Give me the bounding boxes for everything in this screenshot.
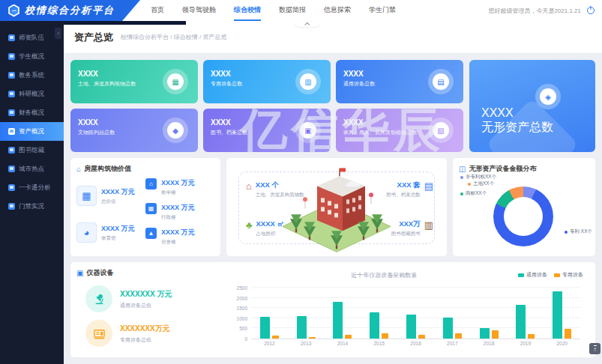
stat-value: XXX 套 [386,181,421,190]
school-building-icon: ⌂ [145,178,157,189]
campus-building-icon: ⌂ [246,181,252,198]
building-grid-icon: ▦ [76,186,97,206]
y-axis-tick: 2000 [237,295,247,300]
card-icon-glyph: ▣ [300,122,316,139]
sidebar-item-10[interactable]: 门禁实况 [0,197,64,216]
stat-label: 行政楼 [161,214,195,221]
donut-legend-item-1[interactable]: 非专利权XX个 [460,174,496,181]
bar-group-2016: 2016 [397,288,434,339]
donut-legend-item-2[interactable]: 专利 XX个 [565,228,592,235]
stat-value: XXX万 [391,219,421,229]
asset-card-2[interactable]: XXXX专用设备总数▥ [203,60,331,103]
stat-value: XXXX 万元 [161,178,195,188]
legend-item-1[interactable]: 通用设备 [518,271,547,279]
arrow-up-icon: ↑ [594,345,597,353]
equipment-stat-2: XXXXXXX万元专用设备总值 [85,320,223,347]
top-header: ∽ 校情综合分析平台 首页领导驾驶舱综合校情数据简报信息探索学生门禁 您好超级管… [0,0,602,21]
campus-illustration [271,165,403,253]
bar-专用设备-2012 [272,336,279,339]
nav-item-6[interactable]: 学生门禁 [369,0,396,21]
land-area-icon: ♣ [246,220,253,237]
y-axis-tick: 1500 [237,306,247,311]
stat-value: XXXX 万元 [161,203,195,213]
nav-item-4[interactable]: 数据简报 [279,0,306,21]
cluster-icon: ◫ [459,166,466,173]
legend-label: 专利 XX个 [570,228,592,235]
bar-groups: 201220132014201520162017201820192020 [251,288,580,339]
sidebar-item-label: 一卡通分析 [19,183,51,192]
bar-专用设备-2020 [565,329,571,339]
sidebar-item-5[interactable]: 财务概况 [0,103,64,122]
bar-group-2012: 2012 [251,288,288,339]
sidebar-item-label: 教务系统 [19,71,44,80]
legend-item-2[interactable]: 专用设备 [554,271,583,279]
bar-专用设备-2018 [492,330,499,339]
sidebar-item-label: 科研概况 [19,90,44,99]
office-building-icon: ▦ [145,203,157,214]
asset-card-5[interactable]: XXXX图书、档案总数▣ [203,109,331,152]
equipment-stat-1: XXXXXXX 万元通用设备总值 [85,285,223,312]
sidebar-item-label: 资产概况 [19,127,44,136]
donut-legend-item-3[interactable]: 商标XX个 [460,190,487,197]
header-notch [64,21,186,25]
bar-专用设备-2013 [309,337,316,339]
stat-label: 专用设备总值 [120,336,170,344]
asset-card-3[interactable]: XXXX通用设备总数▤ [336,60,463,103]
intangible-assets-card[interactable]: ◈ XXXX 无形资产总数 [469,60,595,152]
x-axis-label: 2012 [264,341,274,346]
stat-label: 占地面积 [256,231,285,237]
sidebar-item-4[interactable]: 科研概况 [0,85,64,103]
nav-item-2[interactable]: 领导驾驶舱 [182,0,216,21]
stat-label: 土地、房屋及构筑物数 [256,192,304,198]
books-archives-icon: ▣ [295,118,321,143]
nav-item-3[interactable]: 综合校情 [234,0,261,21]
bar-通用设备-2017 [443,318,453,339]
breadcrumb[interactable]: 校情综合分析平台 / 综合校情 / 资产总览 [121,33,226,41]
sidebar-item-8[interactable]: 城市热点 [0,160,64,178]
stat-label: 教学楼 [161,189,195,196]
back-to-top-button[interactable]: ↑ [589,343,601,354]
asset-card-4[interactable]: XXXX文物陈列品总数◆ [70,109,198,152]
stat-value: XXX 个 [256,181,304,190]
sidebar-item-icon [8,109,15,116]
card-icon-glyph: ◆ [167,122,184,139]
bar-group-2015: 2015 [361,288,397,339]
building-stat-2: ▦XXXX 万元行政楼 [145,203,214,221]
nav-item-5[interactable]: 信息探索 [324,0,351,21]
donut-legend-item-4[interactable]: 土地XX个 [468,181,494,187]
y-axis-tick: 500 [239,326,247,331]
sidebar-item-label: 城市热点 [19,165,44,174]
logout-power-icon[interactable] [587,7,595,14]
sidebar-item-label: 学生概况 [19,52,44,61]
bar-专用设备-2016 [418,335,425,339]
sidebar-item-7[interactable]: 图书馆藏 [0,141,64,160]
sidebar-collapse-button[interactable]: ‹ [55,28,61,39]
pie-icon: ◕ [76,222,97,243]
stat-label: 通用设备总值 [120,302,172,309]
x-axis-label: 2015 [374,341,385,346]
campus-overview-panel: ⌂XXX 个土地、房屋及构筑物数♣XXXX ㎡占地面积▤XXX 套图书、档案总数… [226,158,447,256]
bar-通用设备-2020 [553,291,562,339]
stat-value: XXXX ㎡ [256,219,285,229]
stat-value: XXXXXXX 万元 [120,289,172,300]
sidebar-item-3[interactable]: 教务系统 [0,66,64,85]
bar-专用设备-2019 [528,334,535,339]
bar-group-2020: 2020 [544,288,580,339]
equipment-panel: ▣ 仪器设备 XXXXXXX 万元通用设备总值XXXXXXX万元专用设备总值 近… [70,262,595,357]
y-axis-tick: 1000 [237,315,247,321]
card-icon-glyph: ▥ [300,73,316,90]
bar-通用设备-2013 [297,316,307,339]
x-axis-label: 2016 [410,341,421,346]
special-equipment-icon: ▥ [295,69,321,94]
campus-stat-3: ▤XXX 套图书、档案总数 [386,181,433,198]
nav-item-1[interactable]: 首页 [151,0,164,21]
asset-card-1[interactable]: XXXX土地、房屋及构筑物总数▦ [70,60,198,103]
bar-group-2013: 2013 [288,288,325,339]
campus-stat-2: ♣XXXX ㎡占地面积 [246,219,284,237]
asset-card-6[interactable]: XXXX家具、用具、装具及动植物总数▧ [336,109,463,152]
nav-collapse-toggle[interactable] [295,21,320,27]
sidebar-item-6[interactable]: 资产概况 [0,122,64,141]
building-stat-1: ⌂XXXX 万元教学楼 [145,178,214,196]
sidebar-item-2[interactable]: 学生概况 [0,47,64,66]
sidebar-item-9[interactable]: 一卡通分析 [0,178,64,197]
